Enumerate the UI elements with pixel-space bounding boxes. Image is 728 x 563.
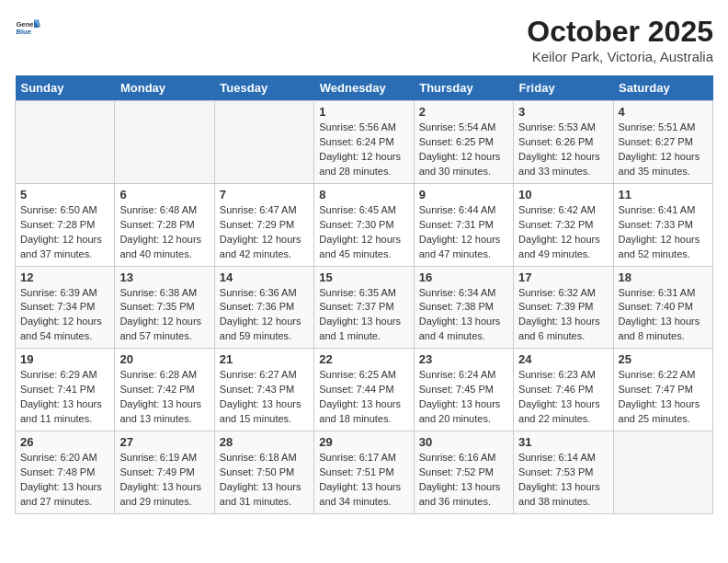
day-info: Sunrise: 6:39 AMSunset: 7:34 PMDaylight:… [20,286,109,345]
calendar-cell: 22Sunrise: 6:25 AMSunset: 7:44 PMDayligh… [314,349,414,431]
day-info: Sunrise: 6:16 AMSunset: 7:52 PMDaylight:… [419,451,508,510]
day-number: 30 [419,435,508,449]
day-number: 14 [220,270,309,284]
day-number: 17 [518,270,608,284]
day-number: 10 [518,188,608,201]
day-info: Sunrise: 5:56 AMSunset: 6:24 PMDaylight:… [319,121,408,179]
calendar-cell [214,101,313,184]
calendar-cell: 25Sunrise: 6:22 AMSunset: 7:47 PMDayligh… [613,349,712,431]
calendar-cell: 20Sunrise: 6:28 AMSunset: 7:42 PMDayligh… [115,349,214,431]
calendar-cell: 2Sunrise: 5:54 AMSunset: 6:25 PMDaylight… [414,101,513,184]
day-info: Sunrise: 5:53 AMSunset: 6:26 PMDaylight:… [518,121,608,179]
calendar-cell: 31Sunrise: 6:14 AMSunset: 7:53 PMDayligh… [514,431,613,514]
day-info: Sunrise: 6:48 AMSunset: 7:28 PMDaylight:… [119,203,209,262]
day-number: 21 [220,352,309,366]
day-number: 20 [119,352,209,366]
day-info: Sunrise: 6:19 AMSunset: 7:49 PMDaylight:… [119,451,209,510]
day-info: Sunrise: 6:32 AMSunset: 7:39 PMDaylight:… [518,286,608,345]
calendar-cell: 1Sunrise: 5:56 AMSunset: 6:24 PMDaylight… [314,101,414,184]
day-info: Sunrise: 6:42 AMSunset: 7:32 PMDaylight:… [518,203,608,262]
day-number: 13 [119,270,209,284]
calendar-cell: 24Sunrise: 6:23 AMSunset: 7:46 PMDayligh… [514,349,613,431]
calendar-cell: 28Sunrise: 6:18 AMSunset: 7:50 PMDayligh… [214,431,313,514]
calendar-cell: 29Sunrise: 6:17 AMSunset: 7:51 PMDayligh… [314,431,414,514]
day-info: Sunrise: 6:47 AMSunset: 7:29 PMDaylight:… [220,203,309,262]
day-number: 4 [619,105,708,119]
title-block: October 2025 Keilor Park, Victoria, Aust… [527,15,713,64]
calendar-cell: 10Sunrise: 6:42 AMSunset: 7:32 PMDayligh… [514,183,613,266]
day-number: 3 [518,105,608,119]
calendar-cell: 17Sunrise: 6:32 AMSunset: 7:39 PMDayligh… [514,266,613,349]
day-number: 24 [518,352,608,366]
calendar-table: SundayMondayTuesdayWednesdayThursdayFrid… [15,75,713,514]
calendar-cell: 13Sunrise: 6:38 AMSunset: 7:35 PMDayligh… [115,266,214,349]
day-number: 6 [119,188,209,201]
day-info: Sunrise: 6:41 AMSunset: 7:33 PMDaylight:… [619,203,708,262]
day-number: 23 [419,352,508,366]
calendar-cell: 19Sunrise: 6:29 AMSunset: 7:41 PMDayligh… [16,349,115,431]
week-row-3: 12Sunrise: 6:39 AMSunset: 7:34 PMDayligh… [16,266,713,349]
month-title: October 2025 [527,15,713,49]
day-number: 1 [319,105,408,119]
col-header-thursday: Thursday [414,75,513,101]
calendar-cell: 8Sunrise: 6:45 AMSunset: 7:30 PMDaylight… [314,183,414,266]
calendar-cell [115,101,214,184]
calendar-header-row: SundayMondayTuesdayWednesdayThursdayFrid… [16,75,713,101]
day-info: Sunrise: 6:27 AMSunset: 7:43 PMDaylight:… [220,368,309,427]
calendar-cell: 4Sunrise: 5:51 AMSunset: 6:27 PMDaylight… [613,101,712,184]
day-number: 2 [419,105,508,119]
day-info: Sunrise: 6:38 AMSunset: 7:35 PMDaylight:… [119,286,209,345]
logo: General Blue [15,15,40,40]
col-header-monday: Monday [115,75,214,101]
day-info: Sunrise: 6:20 AMSunset: 7:48 PMDaylight:… [20,451,109,510]
calendar-cell: 7Sunrise: 6:47 AMSunset: 7:29 PMDaylight… [214,183,313,266]
calendar-cell: 11Sunrise: 6:41 AMSunset: 7:33 PMDayligh… [613,183,712,266]
day-number: 9 [419,188,508,201]
col-header-friday: Friday [514,75,613,101]
week-row-1: 1Sunrise: 5:56 AMSunset: 6:24 PMDaylight… [16,101,713,184]
calendar-cell [16,101,115,184]
calendar-cell: 18Sunrise: 6:31 AMSunset: 7:40 PMDayligh… [613,266,712,349]
week-row-4: 19Sunrise: 6:29 AMSunset: 7:41 PMDayligh… [16,349,713,431]
day-number: 12 [20,270,109,284]
col-header-saturday: Saturday [613,75,712,101]
day-info: Sunrise: 6:22 AMSunset: 7:47 PMDaylight:… [619,368,708,427]
day-number: 18 [619,270,708,284]
calendar-cell: 26Sunrise: 6:20 AMSunset: 7:48 PMDayligh… [16,431,115,514]
day-number: 19 [20,352,109,366]
day-number: 28 [220,435,309,449]
calendar-cell: 21Sunrise: 6:27 AMSunset: 7:43 PMDayligh… [214,349,313,431]
day-number: 16 [419,270,508,284]
day-info: Sunrise: 6:28 AMSunset: 7:42 PMDaylight:… [119,368,209,427]
col-header-sunday: Sunday [16,75,115,101]
calendar-cell: 15Sunrise: 6:35 AMSunset: 7:37 PMDayligh… [314,266,414,349]
day-info: Sunrise: 6:34 AMSunset: 7:38 PMDaylight:… [419,286,508,345]
week-row-2: 5Sunrise: 6:50 AMSunset: 7:28 PMDaylight… [16,183,713,266]
day-number: 25 [619,352,708,366]
day-info: Sunrise: 6:36 AMSunset: 7:36 PMDaylight:… [220,286,309,345]
day-info: Sunrise: 6:31 AMSunset: 7:40 PMDaylight:… [619,286,708,345]
day-info: Sunrise: 6:17 AMSunset: 7:51 PMDaylight:… [319,451,408,510]
col-header-wednesday: Wednesday [314,75,414,101]
day-number: 7 [220,188,309,201]
day-info: Sunrise: 6:45 AMSunset: 7:30 PMDaylight:… [319,203,408,262]
day-info: Sunrise: 6:18 AMSunset: 7:50 PMDaylight:… [220,451,309,510]
logo-icon: General Blue [15,15,40,40]
calendar-cell: 9Sunrise: 6:44 AMSunset: 7:31 PMDaylight… [414,183,513,266]
calendar-cell: 27Sunrise: 6:19 AMSunset: 7:49 PMDayligh… [115,431,214,514]
day-number: 26 [20,435,109,449]
day-number: 15 [319,270,408,284]
location-title: Keilor Park, Victoria, Australia [527,49,713,64]
page-header: General Blue October 2025 Keilor Park, V… [15,15,713,64]
col-header-tuesday: Tuesday [214,75,313,101]
day-info: Sunrise: 6:14 AMSunset: 7:53 PMDaylight:… [518,451,608,510]
svg-text:Blue: Blue [16,28,31,36]
calendar-cell: 16Sunrise: 6:34 AMSunset: 7:38 PMDayligh… [414,266,513,349]
calendar-cell [613,431,712,514]
day-number: 31 [518,435,608,449]
day-number: 5 [20,188,109,201]
calendar-cell: 12Sunrise: 6:39 AMSunset: 7:34 PMDayligh… [16,266,115,349]
calendar-cell: 30Sunrise: 6:16 AMSunset: 7:52 PMDayligh… [414,431,513,514]
day-info: Sunrise: 5:54 AMSunset: 6:25 PMDaylight:… [419,121,508,179]
calendar-cell: 23Sunrise: 6:24 AMSunset: 7:45 PMDayligh… [414,349,513,431]
